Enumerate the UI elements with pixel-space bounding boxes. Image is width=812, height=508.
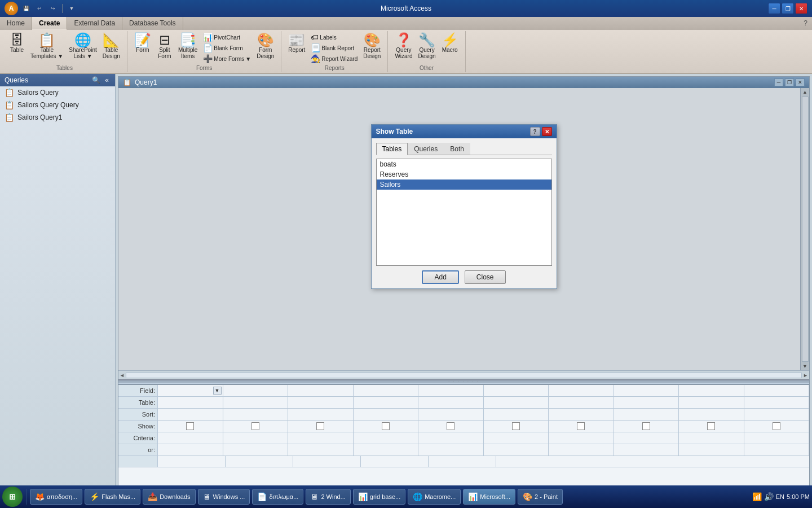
systray-network[interactable]: 📶	[752, 492, 762, 501]
taskbar-item-windows[interactable]: 🖥 Windows ...	[198, 489, 250, 505]
tab-create[interactable]: Create	[32, 17, 67, 30]
taskbar-item-flash[interactable]: ⚡ Flash Mas...	[85, 489, 140, 505]
show-checkbox-1[interactable]	[186, 422, 194, 430]
taskbar-item-macrome[interactable]: 🌐 Macrome...	[408, 489, 461, 505]
grid-field-cell-2[interactable]	[223, 385, 289, 396]
taskbar-item-downloads[interactable]: 📥 Downloads	[143, 489, 195, 505]
grid-extra1-cell-4[interactable]	[361, 456, 429, 467]
start-button[interactable]: ⊞	[2, 487, 23, 507]
grid-table-cell-9[interactable]	[679, 397, 744, 408]
grid-or-cell-6[interactable]	[484, 444, 549, 456]
grid-show-cell-10[interactable]	[744, 421, 810, 432]
dialog-item-reserves[interactable]: Reserves	[377, 169, 551, 179]
grid-extra1-cell-3[interactable]	[293, 456, 361, 467]
grid-field-cell-4[interactable]	[354, 385, 419, 396]
labels-btn[interactable]: 🏷 Labels	[308, 32, 360, 42]
grid-field-cell-6[interactable]	[484, 385, 549, 396]
show-checkbox-9[interactable]	[707, 422, 715, 430]
systray-volume[interactable]: 🔊	[764, 492, 774, 501]
grid-or-cell-3[interactable]	[288, 444, 354, 456]
nav-search-btn[interactable]: 🔍	[90, 76, 102, 84]
query-design-btn[interactable]: 🔧 QueryDesign	[416, 32, 438, 60]
grid-or-cell-10[interactable]	[744, 444, 810, 456]
form-design-btn[interactable]: 🎨 FormDesign	[254, 32, 276, 60]
show-checkbox-7[interactable]	[577, 422, 585, 430]
grid-table-cell-10[interactable]	[744, 397, 810, 408]
show-checkbox-6[interactable]	[512, 422, 520, 430]
grid-table-cell-3[interactable]	[288, 397, 354, 408]
macro-btn[interactable]: ⚡ Macro	[439, 32, 461, 54]
grid-extra1-cell-2[interactable]	[226, 456, 293, 467]
scroll-track-h[interactable]	[126, 373, 802, 378]
nav-item-sailors-query[interactable]: 📋 Sailors Query	[0, 86, 115, 99]
pivotchart-btn[interactable]: 📊 PivotChart	[201, 32, 253, 42]
close-app-btn[interactable]: ✕	[795, 3, 807, 14]
restore-btn[interactable]: ❐	[782, 3, 794, 14]
table-btn[interactable]: 🗄 Table	[7, 32, 27, 54]
grid-show-cell-1[interactable]	[158, 421, 223, 432]
redo-qat-btn[interactable]: ↪	[47, 3, 59, 14]
nav-item-sailors-query-query[interactable]: 📋 Sailors Query Query	[0, 99, 115, 111]
undo-qat-btn[interactable]: ↩	[34, 3, 45, 14]
dialog-add-btn[interactable]: Add	[422, 270, 458, 284]
grid-criteria-cell-9[interactable]	[679, 432, 744, 444]
more-forms-btn[interactable]: ➕ More Forms ▼	[201, 54, 253, 64]
grid-field-cell-8[interactable]	[614, 385, 679, 396]
dialog-close-btn[interactable]: ✕	[542, 127, 552, 136]
form-btn[interactable]: 📝 Form	[132, 32, 153, 54]
report-design-btn[interactable]: 🎨 ReportDesign	[361, 32, 383, 60]
grid-table-cell-8[interactable]	[614, 397, 679, 408]
nav-item-sailors-query1[interactable]: 📋 Sailors Query1	[0, 111, 115, 124]
query-wizard-btn[interactable]: ❓ QueryWizard	[392, 32, 414, 60]
grid-criteria-cell-5[interactable]	[418, 432, 484, 444]
grid-field-cell-7[interactable]	[549, 385, 614, 396]
show-checkbox-2[interactable]	[251, 422, 259, 430]
grid-field-cell-5[interactable]	[418, 385, 484, 396]
grid-field-cell-9[interactable]	[679, 385, 744, 396]
grid-table-cell-1[interactable]	[158, 397, 223, 408]
grid-table-cell-6[interactable]	[484, 397, 549, 408]
grid-or-cell-4[interactable]	[354, 444, 419, 456]
grid-sort-cell-9[interactable]	[679, 409, 744, 420]
query-minimize-btn[interactable]: ─	[774, 78, 783, 86]
resize-handle[interactable]: · · · · · · ·	[118, 379, 809, 384]
grid-or-cell-2[interactable]	[223, 444, 289, 456]
show-checkbox-5[interactable]	[447, 422, 454, 430]
grid-field-cell-10[interactable]	[744, 385, 810, 396]
grid-or-cell-1[interactable]	[158, 444, 223, 456]
scroll-left-arrow[interactable]: ◄	[120, 373, 125, 378]
split-form-btn[interactable]: ⊟ SplitForm	[155, 32, 175, 60]
grid-extra1-cell-5[interactable]	[429, 456, 496, 467]
dialog-tab-both[interactable]: Both	[444, 143, 470, 155]
show-checkbox-8[interactable]	[642, 422, 650, 430]
taskbar-item-diploma[interactable]: 📄 διπλωμα...	[252, 489, 303, 505]
show-checkbox-3[interactable]	[316, 422, 324, 430]
report-btn[interactable]: 📰 Report	[286, 32, 307, 54]
grid-field-cell-1[interactable]: ▼	[158, 385, 223, 396]
grid-sort-cell-7[interactable]	[549, 409, 614, 420]
query-close-btn[interactable]: ✕	[796, 78, 805, 86]
blank-report-btn[interactable]: 📃 Blank Report	[308, 43, 360, 53]
multiple-items-btn[interactable]: 📑 MultipleItems	[176, 32, 200, 60]
horizontal-scrollbar-design[interactable]: ◄ ►	[118, 370, 809, 379]
grid-show-cell-2[interactable]	[223, 421, 289, 432]
tab-database-tools[interactable]: Database Tools	[122, 17, 183, 30]
table-design-btn[interactable]: 📐 TableDesign	[100, 32, 122, 60]
tab-external-data[interactable]: External Data	[67, 17, 122, 30]
grid-sort-cell-5[interactable]	[418, 409, 484, 420]
help-btn[interactable]: ?	[799, 17, 812, 30]
grid-show-cell-9[interactable]	[679, 421, 744, 432]
show-checkbox-10[interactable]	[773, 422, 780, 430]
grid-or-cell-9[interactable]	[679, 444, 744, 456]
grid-field-cell-3[interactable]	[288, 385, 354, 396]
grid-table-cell-5[interactable]	[418, 397, 484, 408]
grid-criteria-cell-3[interactable]	[288, 432, 354, 444]
nav-collapse-btn[interactable]: «	[103, 76, 111, 84]
grid-criteria-cell-2[interactable]	[223, 432, 289, 444]
grid-extra1-cell-1[interactable]	[158, 456, 226, 467]
taskbar-item-microsoft[interactable]: 📊 Microsoft...	[463, 489, 515, 505]
tab-home[interactable]: Home	[0, 17, 32, 30]
grid-sort-cell-2[interactable]	[223, 409, 289, 420]
dialog-help-btn[interactable]: ?	[530, 127, 540, 136]
minimize-btn[interactable]: ─	[768, 3, 780, 14]
